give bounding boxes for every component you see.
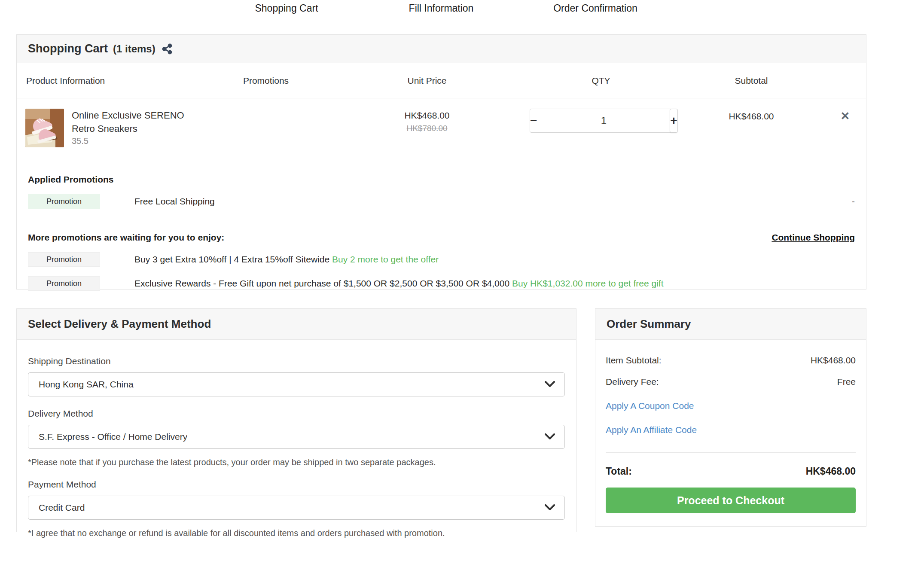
product-info: Online Exclusive SERENO Retro Sneakers 3… — [72, 109, 201, 147]
delivery-note: *Please note that if you purchase the la… — [28, 457, 565, 467]
apply-affiliate-link[interactable]: Apply An Affiliate Code — [606, 425, 856, 435]
total-label: Total: — [606, 466, 632, 477]
share-button[interactable] — [162, 43, 173, 55]
promotion-badge: Promotion — [28, 276, 100, 291]
quantity-stepper: − + — [530, 109, 672, 133]
total-row: Total: HK$468.00 — [606, 466, 856, 477]
shopping-cart-panel: Shopping Cart (1 items) Product Informat… — [16, 34, 866, 290]
col-product-information: Product Information — [17, 76, 201, 86]
col-qty: QTY — [524, 76, 678, 86]
checkout-steps: Shopping Cart Fill Information Order Con… — [0, 0, 924, 19]
payment-method-value: Credit Card — [39, 503, 85, 513]
applied-promotion-text: Free Local Shipping — [134, 196, 215, 207]
remove-cell: ✕ — [824, 109, 866, 123]
delivery-payment-panel: Select Delivery & Payment Method Shippin… — [16, 308, 576, 532]
col-promotions: Promotions — [201, 76, 330, 86]
item-subtotal-row: Item Subtotal: HK$468.00 — [606, 355, 856, 366]
more-promotions-heading: More promotions are waiting for you to e… — [28, 232, 224, 243]
step-order-confirmation: Order Confirmation — [553, 3, 637, 14]
shipping-destination-select[interactable]: Hong Kong SAR, China — [28, 372, 565, 396]
payment-method-label: Payment Method — [28, 479, 565, 490]
product-name[interactable]: Online Exclusive SERENO Retro Sneakers — [72, 109, 201, 135]
cart-header: Shopping Cart (1 items) — [17, 35, 866, 63]
promotion-row: Promotion Buy 3 get Extra 10%off | 4 Ext… — [28, 252, 855, 267]
cart-title: Shopping Cart — [28, 42, 108, 55]
col-unit-price: Unit Price — [330, 76, 524, 86]
chevron-down-icon — [545, 504, 555, 511]
item-subtotal-value: HK$468.00 — [811, 355, 856, 366]
promotion-offer-link[interactable]: Buy 2 more to get the offer — [332, 254, 439, 264]
delivery-method-value: S.F. Express - Office / Home Delivery — [39, 432, 187, 442]
cart-table-header: Product Information Promotions Unit Pric… — [17, 63, 866, 98]
promotion-badge: Promotion — [28, 252, 100, 267]
share-icon — [162, 43, 173, 55]
order-summary-body: Item Subtotal: HK$468.00 Delivery Fee: F… — [595, 340, 866, 524]
order-summary-panel: Order Summary Item Subtotal: HK$468.00 D… — [595, 308, 866, 527]
applied-promotions-heading: Applied Promotions — [28, 174, 855, 185]
col-subtotal: Subtotal — [678, 76, 824, 86]
step-fill-information: Fill Information — [409, 3, 474, 14]
remove-item-icon[interactable]: ✕ — [841, 110, 850, 123]
order-summary-header: Order Summary — [595, 309, 866, 340]
payment-agreement-note: *I agree that no exchange or refund is a… — [28, 528, 565, 538]
qty-decrease-button[interactable]: − — [530, 109, 537, 132]
applied-promotion-dash: - — [852, 196, 855, 207]
delivery-method-select[interactable]: S.F. Express - Office / Home Delivery — [28, 425, 565, 449]
promotion-text: Exclusive Rewards - Free Gift upon net p… — [134, 278, 664, 289]
more-promotions-header: More promotions are waiting for you to e… — [28, 232, 855, 243]
delivery-fee-label: Delivery Fee: — [606, 377, 659, 387]
shipping-destination-label: Shipping Destination — [28, 356, 565, 366]
chevron-down-icon — [545, 433, 555, 440]
promotion-badge: Promotion — [28, 194, 100, 209]
shipping-destination-value: Hong Kong SAR, China — [39, 379, 134, 390]
delivery-panel-title: Select Delivery & Payment Method — [28, 317, 211, 331]
original-price: HK$780.00 — [330, 124, 524, 133]
promotion-row: Promotion Exclusive Rewards - Free Gift … — [28, 276, 855, 291]
unit-price-cell: HK$468.00 HK$780.00 — [330, 109, 524, 133]
proceed-to-checkout-button[interactable]: Proceed to Checkout — [606, 488, 856, 513]
unit-price: HK$468.00 — [330, 110, 524, 121]
payment-method-select[interactable]: Credit Card — [28, 496, 565, 520]
promotion-description: Buy 3 get Extra 10%off | 4 Extra 15%off … — [134, 254, 329, 264]
delivery-fee-value: Free — [837, 377, 856, 387]
delivery-panel-body: Shipping Destination Hong Kong SAR, Chin… — [17, 340, 576, 551]
promotion-offer-link[interactable]: Buy HK$1,032.00 more to get free gift — [512, 278, 664, 288]
item-subtotal: HK$468.00 — [678, 109, 824, 122]
chevron-down-icon — [545, 381, 555, 388]
delivery-panel-header: Select Delivery & Payment Method — [17, 309, 576, 340]
more-promotions-section: More promotions are waiting for you to e… — [17, 221, 866, 304]
product-cell: Online Exclusive SERENO Retro Sneakers 3… — [17, 109, 201, 147]
cart-item-row: Online Exclusive SERENO Retro Sneakers 3… — [17, 98, 866, 163]
qty-increase-button[interactable]: + — [670, 109, 677, 133]
cart-item-count: (1 items) — [113, 43, 156, 55]
delivery-method-label: Delivery Method — [28, 408, 565, 419]
continue-shopping-link[interactable]: Continue Shopping — [772, 232, 855, 243]
qty-input[interactable] — [537, 109, 670, 132]
product-variant: 35.5 — [72, 136, 201, 146]
total-value: HK$468.00 — [806, 466, 856, 477]
qty-cell: − + — [524, 109, 678, 133]
item-subtotal-label: Item Subtotal: — [606, 355, 662, 366]
promotion-text: Buy 3 get Extra 10%off | 4 Extra 15%off … — [134, 254, 439, 265]
sneakers-thumbnail — [25, 109, 64, 147]
order-summary-title: Order Summary — [607, 317, 691, 331]
step-shopping-cart: Shopping Cart — [255, 3, 318, 14]
apply-coupon-link[interactable]: Apply A Coupon Code — [606, 401, 856, 411]
promotion-description: Exclusive Rewards - Free Gift upon net p… — [134, 278, 509, 288]
delivery-fee-row: Delivery Fee: Free — [606, 377, 856, 387]
applied-promotion-row: Promotion Free Local Shipping - — [28, 194, 855, 209]
summary-divider — [606, 452, 856, 453]
applied-promotions-section: Applied Promotions Promotion Free Local … — [17, 163, 866, 221]
product-image[interactable] — [25, 109, 64, 147]
